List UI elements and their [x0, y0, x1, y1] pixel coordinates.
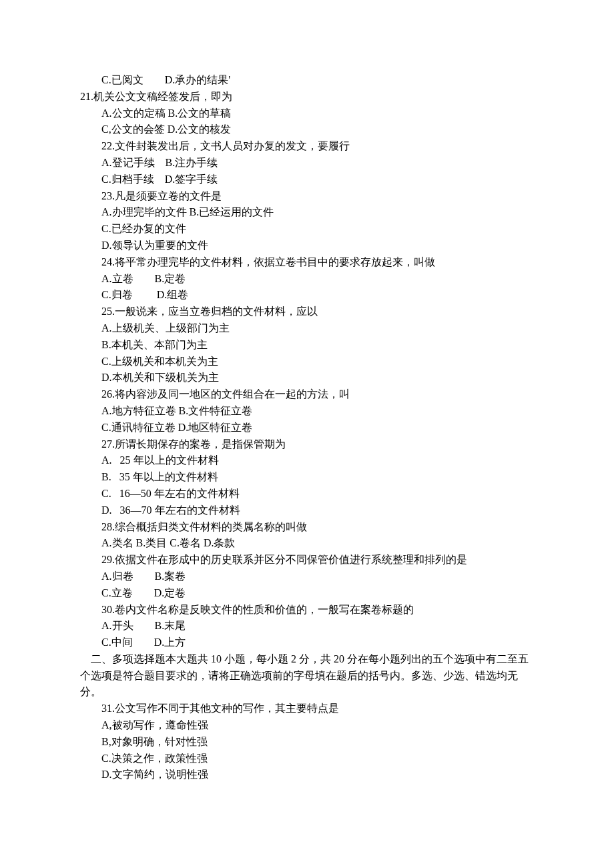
q27-option-d: D. 36—70 年左右的文件材料	[80, 502, 534, 519]
q20-options-cd: C.已阅文 D.承办的结果'	[80, 72, 534, 89]
q31-option-a: A,被动写作，遵命性强	[80, 717, 534, 734]
document-page: C.已阅文 D.承办的结果' 21.机关公文文稿经签发后，即为 A.公文的定稿 …	[0, 0, 614, 868]
q22-stem: 22.文件封装发出后，文书人员对办复的发文，要履行	[80, 138, 534, 155]
q21-stem: 21.机关公文文稿经签发后，即为	[80, 89, 534, 105]
q29-row2: C.立卷 D.定卷	[80, 585, 534, 602]
q27-option-b: B. 35 年以上的文件材料	[80, 469, 534, 486]
q24-row2: C.归卷 D.组卷	[80, 287, 534, 304]
q31-option-c: C.决策之作，政策性强	[80, 751, 534, 767]
q27-option-c: C. 16—50 年左右的文件材料	[80, 486, 534, 502]
q23-row3: D.领导认为重要的文件	[80, 238, 534, 254]
q27-option-a: A. 25 年以上的文件材料	[80, 452, 534, 469]
q26-row1: A.地方特征立卷 B.文件特征立卷	[80, 403, 534, 420]
q25-option-a: A.上级机关、上级部门为主	[80, 320, 534, 337]
q24-stem: 24.将平常办理完毕的文件材料，依据立卷书目中的要求存放起来，叫做	[80, 254, 534, 271]
section2-intro: 二、多项选择题本大题共 10 小题，每小题 2 分，共 20 分在每小题列出的五…	[80, 651, 534, 701]
q23-row2: C.已经办复的文件	[80, 221, 534, 238]
q27-stem: 27.所谓长期保存的案卷，是指保管期为	[80, 436, 534, 453]
q20-option-c: C.已阅文	[101, 74, 143, 85]
q21-row2: C,公文的会签 D.公文的核发	[80, 121, 534, 138]
q28-row1: A.类名 B.类目 C.卷名 D.条款	[80, 535, 534, 552]
q25-stem: 25.一般说来，应当立卷归档的文件材料，应以	[80, 304, 534, 320]
q25-option-c: C.上级机关和本机关为主	[80, 354, 534, 370]
q25-option-b: B.本机关、本部门为主	[80, 337, 534, 354]
q22-row1: A.登记手续 B.注办手续	[80, 155, 534, 171]
q30-row1: A.开头 B.末尾	[80, 618, 534, 634]
q31-option-d: D.文字简约，说明性强	[80, 767, 534, 783]
q26-stem: 26.将内容涉及同一地区的文件组合在一起的方法，叫	[80, 386, 534, 403]
q25-option-d: D.本机关和下级机关为主	[80, 370, 534, 386]
q29-row1: A.归卷 B.案卷	[80, 568, 534, 585]
q24-row1: A.立卷 B.定卷	[80, 271, 534, 288]
q31-stem: 31.公文写作不同于其他文种的写作，其主要特点是	[80, 701, 534, 717]
q26-row2: C.通讯特征立卷 D.地区特征立卷	[80, 420, 534, 436]
q31-option-b: B,对象明确，针对性强	[80, 734, 534, 751]
q22-row2: C.归档手续 D.签字手续	[80, 171, 534, 188]
q20-option-d: D.承办的结果'	[165, 74, 230, 85]
q28-stem: 28.综合概括归类文件材料的类属名称的叫做	[80, 519, 534, 536]
q29-stem: 29.依据文件在形成中的历史联系并区分不同保管价值进行系统整理和排列的是	[80, 552, 534, 568]
q23-row1: A.办理完毕的文件 B.已经运用的文件	[80, 204, 534, 221]
q23-stem: 23.凡是须要立卷的文件是	[80, 188, 534, 205]
q30-row2: C.中间 D.上方	[80, 634, 534, 651]
q30-stem: 30.卷内文件名称是反映文件的性质和价值的，一般写在案卷标题的	[80, 602, 534, 618]
q21-row1: A.公文的定稿 B.公文的草稿	[80, 105, 534, 122]
